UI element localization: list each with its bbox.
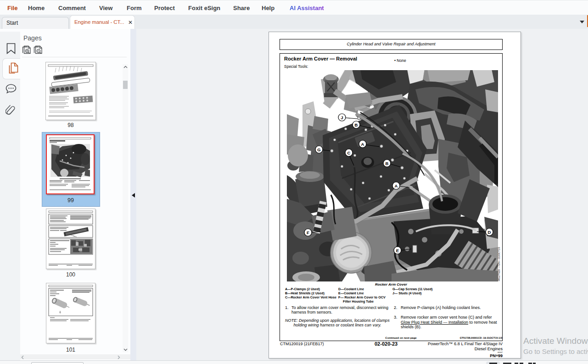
svg-text:B: B	[386, 161, 389, 166]
svg-text:E: E	[396, 248, 399, 253]
svg-text:G: G	[317, 147, 320, 152]
svg-text:D: D	[488, 230, 491, 235]
svg-text:C: C	[347, 150, 351, 155]
svg-text:A: A	[361, 142, 364, 147]
svg-text:B: B	[355, 122, 358, 127]
svg-text:A: A	[395, 183, 398, 188]
svg-text:F: F	[307, 230, 309, 235]
svg-text:J: J	[341, 115, 343, 120]
